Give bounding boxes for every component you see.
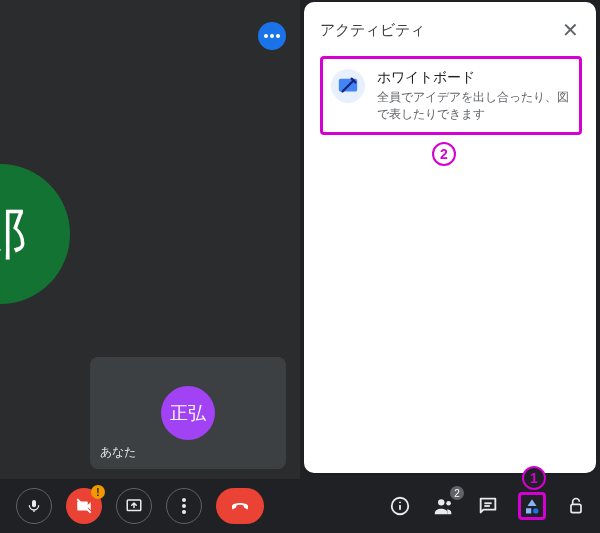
bottom-toolbar: ! 2 <box>0 479 600 533</box>
close-icon[interactable]: ✕ <box>558 18 582 42</box>
svg-point-12 <box>399 501 401 503</box>
camera-warning-badge: ! <box>91 485 105 499</box>
host-controls-button[interactable] <box>562 492 590 520</box>
svg-rect-4 <box>32 500 36 507</box>
video-area: 郎 正弘 あなた <box>0 0 300 479</box>
svg-rect-18 <box>526 508 531 513</box>
people-button[interactable]: 2 <box>430 492 458 520</box>
activities-button[interactable] <box>518 492 546 520</box>
svg-point-8 <box>182 504 186 508</box>
activity-title: ホワイトボード <box>377 69 571 87</box>
svg-point-14 <box>446 501 451 506</box>
chat-button[interactable] <box>474 492 502 520</box>
svg-point-2 <box>276 34 280 38</box>
annotation-2: 2 <box>432 142 456 166</box>
more-options-button[interactable] <box>258 22 286 50</box>
svg-point-0 <box>264 34 268 38</box>
info-button[interactable] <box>386 492 414 520</box>
hangup-button[interactable] <box>216 488 264 524</box>
svg-point-9 <box>182 510 186 514</box>
panel-title: アクティビティ <box>320 21 425 40</box>
svg-point-7 <box>182 498 186 502</box>
participant-avatar-text: 郎 <box>0 196 28 272</box>
svg-point-13 <box>438 499 444 505</box>
participant-count-badge: 2 <box>450 486 464 500</box>
svg-point-1 <box>270 34 274 38</box>
mic-button[interactable] <box>16 488 52 524</box>
participant-avatar: 郎 <box>0 164 70 304</box>
present-button[interactable] <box>116 488 152 524</box>
whiteboard-activity-item[interactable]: ホワイトボード 全員でアイデアを出し合ったり、図で表したりできます <box>320 56 582 135</box>
activities-panel: アクティビティ ✕ ホワイトボード 全員でアイデアを出し合ったり、図で表したりで… <box>304 2 596 473</box>
svg-rect-20 <box>571 504 581 512</box>
self-avatar-text: 正弘 <box>170 401 206 425</box>
activity-description: 全員でアイデアを出し合ったり、図で表したりできます <box>377 89 571 122</box>
more-button[interactable] <box>166 488 202 524</box>
svg-point-19 <box>533 508 538 513</box>
self-video-tile[interactable]: 正弘 あなた <box>90 357 286 469</box>
self-avatar: 正弘 <box>161 386 215 440</box>
svg-marker-17 <box>528 499 537 506</box>
self-label: あなた <box>100 444 136 461</box>
whiteboard-icon <box>331 69 365 103</box>
camera-button[interactable]: ! <box>66 488 102 524</box>
annotation-1: 1 <box>522 466 546 490</box>
